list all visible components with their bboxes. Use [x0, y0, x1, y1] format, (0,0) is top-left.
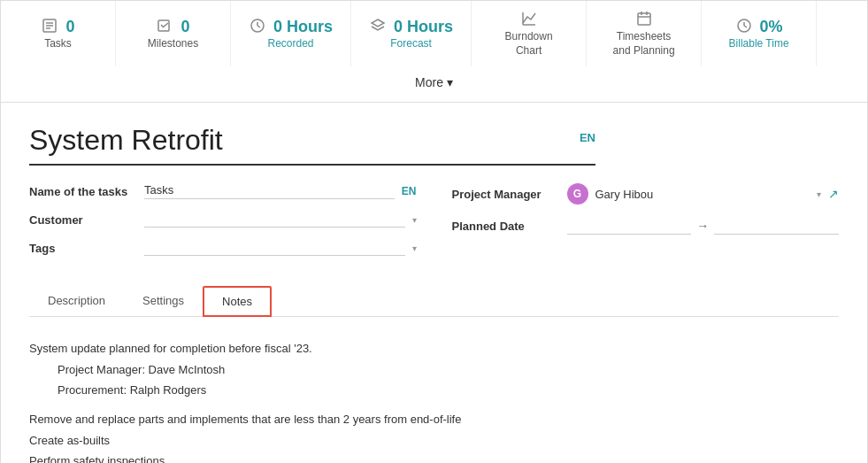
tasks-name-value: Tasks EN — [144, 183, 417, 199]
tabs-bar: Description Settings Notes — [29, 286, 839, 317]
tags-dropdown-icon: ▾ — [412, 243, 417, 253]
nav-item-tasks[interactable]: 0 Tasks — [1, 1, 116, 66]
tab-settings[interactable]: Settings — [124, 286, 203, 317]
nav-item-billable[interactable]: 0% Billable Time — [702, 1, 817, 66]
svg-marker-8 — [372, 19, 384, 27]
notes-line5: Remove and replace parts and implements … — [29, 409, 839, 429]
tab-description[interactable]: Description — [29, 286, 124, 317]
avatar: G — [567, 183, 588, 204]
nav-item-milestones[interactable]: 0 Milestones — [116, 1, 231, 66]
nav-item-hours-forecast[interactable]: 0 Hours Forecast — [351, 1, 472, 66]
tags-label: Tags — [29, 242, 144, 255]
en-badge[interactable]: EN — [580, 131, 595, 144]
tab-description-label: Description — [48, 294, 105, 307]
milestones-label: Milestones — [148, 37, 198, 51]
title-underline — [29, 164, 595, 166]
svg-line-17 — [744, 26, 747, 27]
date-range: → — [567, 217, 840, 235]
tab-notes-label: Notes — [222, 295, 252, 308]
more-button[interactable]: More ▾ — [1, 66, 867, 102]
clock-icon — [249, 17, 266, 37]
date-end-field[interactable] — [714, 217, 839, 235]
page-title: System Retrofit — [29, 124, 223, 157]
app-window: 0 Tasks 0 Milestones — [0, 0, 868, 463]
notes-line2: Project Manager: Dave McIntosh — [29, 359, 839, 380]
planned-date-label: Planned Date — [452, 220, 567, 233]
main-content: System Retrofit EN Name of the tasks Tas… — [1, 103, 867, 463]
hours-recorded-label: Recorded — [268, 37, 314, 51]
project-manager-row: Project Manager G Gary Hibou ▾ ↗ — [452, 183, 840, 204]
tasks-icon — [41, 17, 58, 37]
date-start-field[interactable] — [567, 217, 692, 235]
notes-line1: System update planned for completion bef… — [29, 338, 839, 359]
tasks-en-badge[interactable]: EN — [402, 185, 417, 197]
tab-notes[interactable]: Notes — [203, 286, 272, 317]
tasks-count: 0 — [65, 18, 74, 36]
nav-item-burndown[interactable]: BurndownChart — [472, 1, 587, 66]
notes-spacer — [29, 400, 839, 409]
tasks-name-row: Name of the tasks Tasks EN — [29, 183, 417, 199]
customer-dropdown-icon: ▾ — [412, 215, 417, 225]
project-manager-value: G Gary Hibou ▾ ↗ — [567, 183, 840, 204]
form-left: Name of the tasks Tasks EN Customer ▾ Ta… — [29, 183, 417, 268]
customer-value: ▾ — [144, 212, 417, 228]
notes-line6: Create as-builts — [29, 430, 839, 451]
calendar-icon — [635, 10, 653, 30]
more-label-text: More — [415, 75, 443, 89]
tab-settings-label: Settings — [142, 294, 184, 307]
hours-forecast-count: 0 Hours — [394, 18, 453, 36]
chevron-down-icon: ▾ — [447, 75, 453, 89]
pm-dropdown-icon[interactable]: ▾ — [817, 189, 821, 199]
svg-line-7 — [257, 26, 260, 27]
project-manager-label: Project Manager — [452, 188, 567, 201]
customer-label: Customer — [29, 213, 144, 227]
project-manager-name: Gary Hibou — [595, 188, 810, 201]
tags-input[interactable] — [144, 240, 405, 256]
date-arrow-icon: → — [696, 219, 709, 233]
notes-line7: Perform safety inspections — [29, 451, 839, 463]
top-nav: 0 Tasks 0 Milestones — [1, 1, 867, 103]
svg-rect-11 — [638, 13, 650, 25]
tags-value: ▾ — [144, 240, 417, 256]
milestones-icon — [156, 17, 173, 37]
tasks-name-label: Name of the tasks — [29, 185, 144, 198]
billable-label: Billable Time — [729, 37, 789, 51]
svg-rect-4 — [158, 20, 169, 31]
layers-icon — [369, 17, 387, 37]
milestones-count: 0 — [181, 18, 189, 36]
planned-date-value: → — [567, 217, 840, 235]
external-link-icon[interactable]: ↗ — [828, 187, 839, 201]
nav-item-timesheets[interactable]: Timesheetsand Planning — [587, 1, 702, 66]
chart-icon — [520, 10, 538, 30]
hours-recorded-count: 0 Hours — [273, 18, 333, 36]
notes-content: System update planned for completion bef… — [29, 335, 839, 463]
nav-item-hours-recorded[interactable]: 0 Hours Recorded — [231, 1, 351, 66]
tasks-name-text[interactable]: Tasks — [144, 183, 395, 199]
hours-forecast-label: Forecast — [390, 37, 432, 51]
customer-input[interactable] — [144, 212, 405, 228]
notes-line3: Procurement: Ralph Rodgers — [29, 380, 839, 400]
billable-count: 0% — [760, 18, 783, 36]
tags-row: Tags ▾ — [29, 240, 417, 256]
burndown-label: BurndownChart — [505, 30, 553, 58]
form-right: Project Manager G Gary Hibou ▾ ↗ Planned… — [452, 183, 840, 268]
timesheets-label: Timesheetsand Planning — [613, 30, 675, 58]
customer-row: Customer ▾ — [29, 212, 417, 228]
clock2-icon — [735, 17, 753, 37]
form-section: Name of the tasks Tasks EN Customer ▾ Ta… — [29, 183, 839, 268]
tasks-label: Tasks — [44, 37, 72, 51]
planned-date-row: Planned Date → — [452, 217, 840, 235]
